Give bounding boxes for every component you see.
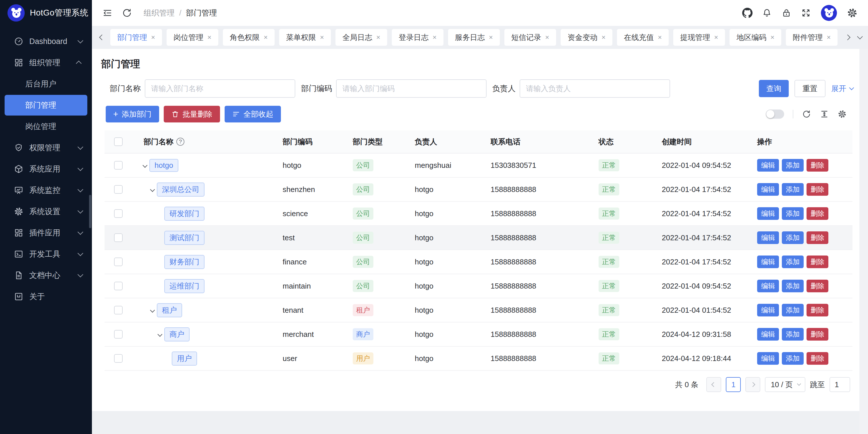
scrollbar-gutter[interactable] [859, 49, 868, 434]
sidebar-item-perm[interactable]: 权限管理 [5, 137, 87, 158]
tab-close-icon[interactable]: × [770, 34, 774, 41]
sidebar-item-dev-tools[interactable]: 开发工具 [5, 244, 87, 264]
app-logo[interactable]: HotGo管理系统 [0, 0, 92, 26]
edit-button[interactable]: 编辑 [757, 159, 779, 172]
row-checkbox[interactable] [114, 282, 123, 290]
tab-12[interactable]: 地区编码× [730, 29, 781, 46]
tabs-menu-icon[interactable] [856, 35, 862, 39]
add-button[interactable]: 添加 [782, 328, 804, 341]
stripe-toggle[interactable] [766, 110, 784, 119]
dept-name-tag[interactable]: 研发部门 [164, 207, 205, 221]
tab-2[interactable]: 岗位管理× [166, 29, 218, 46]
expand-row-icon[interactable] [150, 306, 153, 315]
delete-button[interactable]: 删除 [807, 352, 828, 365]
row-checkbox[interactable] [114, 330, 123, 339]
breadcrumb-section[interactable]: 组织管理 [144, 8, 175, 18]
add-button[interactable]: 添加 [782, 304, 804, 316]
fullscreen-icon[interactable] [801, 8, 811, 18]
batch-delete-button[interactable]: 批量删除 [164, 106, 220, 122]
page-number-button[interactable]: 1 [726, 377, 741, 392]
row-checkbox[interactable] [114, 258, 123, 266]
tab-close-icon[interactable]: × [433, 34, 437, 41]
delete-button[interactable]: 删除 [807, 183, 828, 196]
page-size-select[interactable]: 10 / 页 [765, 377, 805, 392]
tabs-scroll-right-icon[interactable] [844, 35, 851, 39]
edit-button[interactable]: 编辑 [757, 256, 779, 268]
tab-close-icon[interactable]: × [545, 34, 549, 41]
user-avatar[interactable] [821, 5, 837, 21]
add-button[interactable]: 添加 [782, 352, 804, 365]
edit-button[interactable]: 编辑 [757, 231, 779, 244]
tab-3[interactable]: 角色权限× [223, 29, 275, 46]
dept-name-tag[interactable]: 运维部门 [164, 279, 205, 293]
row-checkbox[interactable] [114, 209, 123, 218]
dept-name-tag[interactable]: hotgo [149, 159, 178, 172]
tab-9[interactable]: 资金变动× [561, 29, 612, 46]
row-checkbox[interactable] [114, 306, 123, 314]
row-checkbox[interactable] [114, 161, 123, 170]
expand-row-icon[interactable] [150, 185, 153, 194]
query-button[interactable]: 查询 [759, 80, 789, 97]
prev-page-button[interactable] [706, 377, 721, 392]
sidebar-item-post[interactable]: 岗位管理 [5, 116, 87, 137]
dept-name-tag[interactable]: 用户 [172, 351, 197, 366]
refresh-page-icon[interactable] [122, 8, 132, 18]
collapse-all-button[interactable]: 全部收起 [225, 106, 281, 122]
expand-row-icon[interactable] [143, 161, 146, 170]
edit-button[interactable]: 编辑 [757, 280, 779, 292]
lock-icon[interactable] [781, 8, 792, 18]
add-dept-button[interactable]: + 添加部门 [106, 106, 159, 122]
next-page-button[interactable] [745, 377, 760, 392]
tab-close-icon[interactable]: × [320, 34, 324, 41]
edit-button[interactable]: 编辑 [757, 328, 779, 341]
expand-row-icon[interactable] [157, 330, 161, 339]
delete-button[interactable]: 删除 [807, 231, 828, 244]
dept-name-tag[interactable]: 财务部门 [164, 255, 205, 269]
delete-button[interactable]: 删除 [807, 280, 828, 292]
sidebar-item-dashboard[interactable]: Dashboard [5, 31, 87, 52]
dept-name-tag[interactable]: 测试部门 [164, 231, 205, 245]
breadcrumb-page[interactable]: 部门管理 [186, 8, 217, 18]
tab-close-icon[interactable]: × [714, 34, 718, 41]
row-checkbox[interactable] [114, 354, 123, 363]
column-settings-gear-icon[interactable] [838, 110, 847, 119]
tab-4[interactable]: 菜单权限× [279, 29, 331, 46]
delete-button[interactable]: 删除 [807, 207, 828, 220]
tab-close-icon[interactable]: × [151, 34, 155, 41]
delete-button[interactable]: 删除 [807, 304, 828, 316]
select-all-checkbox[interactable] [114, 137, 123, 146]
tab-close-icon[interactable]: × [489, 34, 493, 41]
tab-1[interactable]: 部门管理× [110, 29, 162, 46]
tabs-scroll-left-icon[interactable] [99, 35, 105, 39]
github-icon[interactable] [742, 8, 752, 18]
sidebar-item-backend-users[interactable]: 后台用户 [5, 74, 87, 94]
bell-icon[interactable] [762, 8, 772, 18]
delete-button[interactable]: 删除 [807, 328, 828, 341]
tab-11[interactable]: 提现管理× [673, 29, 725, 46]
add-button[interactable]: 添加 [782, 159, 804, 172]
add-button[interactable]: 添加 [782, 256, 804, 268]
dept-name-tag[interactable]: 商户 [164, 327, 190, 342]
sidebar-item-sys-monitor[interactable]: 系统监控 [5, 180, 87, 201]
tab-13[interactable]: 附件管理× [786, 29, 838, 46]
row-density-icon[interactable] [820, 110, 829, 119]
row-checkbox[interactable] [114, 233, 123, 242]
tab-5[interactable]: 全局日志× [336, 29, 387, 46]
tab-close-icon[interactable]: × [376, 34, 380, 41]
tab-8[interactable]: 短信记录× [504, 29, 556, 46]
tab-close-icon[interactable]: × [827, 34, 831, 41]
sidebar-item-plugin[interactable]: 插件应用 [5, 223, 87, 243]
add-button[interactable]: 添加 [782, 231, 804, 244]
tab-10[interactable]: 在线充值× [617, 29, 669, 46]
menu-collapse-icon[interactable] [102, 8, 113, 18]
add-button[interactable]: 添加 [782, 207, 804, 220]
edit-button[interactable]: 编辑 [757, 304, 779, 316]
tab-close-icon[interactable]: × [658, 34, 662, 41]
dept-name-tag[interactable]: 租户 [157, 303, 182, 317]
sidebar-item-about[interactable]: 关于 [5, 286, 87, 307]
delete-button[interactable]: 删除 [807, 256, 828, 268]
dept-name-tag[interactable]: 深圳总公司 [157, 182, 205, 197]
sidebar-item-doc-center[interactable]: 文档中心 [5, 265, 87, 286]
tab-close-icon[interactable]: × [601, 34, 606, 41]
sidebar-item-sys-setting[interactable]: 系统设置 [5, 201, 87, 222]
